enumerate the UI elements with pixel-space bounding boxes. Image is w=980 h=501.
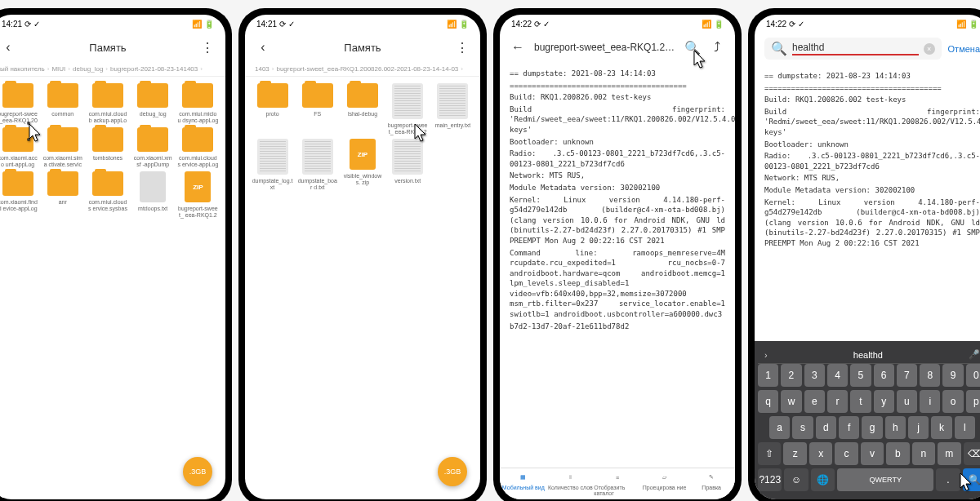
key[interactable]: e: [804, 390, 825, 413]
key[interactable]: p: [966, 390, 980, 413]
key[interactable]: g: [862, 416, 882, 439]
cancel-button[interactable]: Отмена: [948, 44, 980, 54]
tab[interactable]: ▱Проецирова ние: [641, 472, 688, 496]
key-shift[interactable]: ⇧: [758, 442, 781, 465]
key[interactable]: u: [897, 390, 917, 413]
key[interactable]: q: [758, 390, 778, 413]
key-emoji[interactable]: ☺: [784, 468, 808, 491]
key-sym[interactable]: ?123: [758, 468, 782, 491]
file-item[interactable]: com.xiaomi.sima ctivate.service-a: [42, 127, 83, 168]
key[interactable]: h: [885, 416, 906, 439]
keyboard: › healthd 🎤 1234567890 qwertyuiop asdfgh…: [755, 341, 980, 499]
key[interactable]: 9: [942, 364, 963, 387]
phone-1: 14:21⟳ ✓ 📶 🔋 ‹ Память ⋮ ый накопитель›MI…: [0, 8, 232, 501]
key[interactable]: j: [908, 416, 929, 439]
key[interactable]: 0: [966, 364, 980, 387]
text-viewer[interactable]: == dumpstate: 2021-08-23 14:14:03=======…: [755, 64, 980, 341]
file-grid: bugreport-swee t_eea-RKQ1.20082commoncom…: [0, 77, 225, 225]
file-item[interactable]: bugreport-swee t_eea-RKQ1.20082: [0, 83, 38, 124]
key[interactable]: 2: [781, 364, 801, 387]
search-icon[interactable]: 🔍: [684, 39, 701, 55]
back-icon[interactable]: ‹: [0, 39, 16, 55]
phone-4: 14:22⟳ ✓ 📶 🔋 🔍 healthd × Отмена == dumps…: [748, 8, 980, 501]
key[interactable]: l: [955, 416, 975, 439]
key[interactable]: i: [920, 390, 940, 413]
key[interactable]: v: [861, 442, 884, 465]
file-item[interactable]: common: [42, 83, 83, 124]
key[interactable]: m: [938, 442, 960, 465]
key[interactable]: 4: [827, 364, 848, 387]
file-item[interactable]: ZIPvisible_windows. zip: [341, 139, 383, 191]
file-item[interactable]: com.miui.clouds ervice-appLog: [177, 127, 219, 168]
file-item[interactable]: dumpstate_log.t xt: [252, 139, 293, 191]
app-bar: ‹ Память ⋮: [0, 33, 225, 62]
file-item[interactable]: FS: [296, 83, 338, 135]
key[interactable]: a: [769, 416, 790, 439]
file-item[interactable]: com.miui.miclou dsync-appLog: [177, 83, 219, 124]
key-space[interactable]: QWERTY: [837, 468, 933, 491]
key[interactable]: k: [931, 416, 951, 439]
file-item[interactable]: tombstones: [87, 127, 128, 168]
file-item[interactable]: lshal-debug: [341, 83, 383, 135]
key[interactable]: n: [912, 442, 935, 465]
key[interactable]: x: [809, 442, 832, 465]
key[interactable]: 1: [758, 364, 778, 387]
file-item[interactable]: main_entry.txt: [432, 83, 474, 135]
key[interactable]: s: [792, 416, 813, 439]
file-item[interactable]: com.miui.clouds ervice.sysbase-a: [87, 171, 128, 219]
key[interactable]: r: [827, 390, 848, 413]
file-item[interactable]: version.txt: [387, 139, 429, 191]
search-field[interactable]: 🔍 healthd ×: [764, 38, 942, 60]
key[interactable]: t: [850, 390, 871, 413]
key-lang[interactable]: 🌐: [811, 468, 835, 491]
file-item[interactable]: ZIPbugreport-sweet_ eea-RKQ1.20082: [177, 171, 219, 219]
suggestion[interactable]: healthd: [776, 350, 960, 360]
more-icon[interactable]: ⋮: [199, 39, 216, 55]
share-icon[interactable]: ⤴: [709, 39, 725, 55]
expand-icon[interactable]: ›: [764, 350, 768, 360]
fab-storage[interactable]: .3GB: [438, 457, 467, 486]
key[interactable]: 7: [897, 364, 917, 387]
key[interactable]: d: [816, 416, 836, 439]
page-title: Память: [24, 42, 191, 54]
key[interactable]: c: [835, 442, 858, 465]
file-item[interactable]: mtdoops.txt: [132, 171, 174, 219]
key-period[interactable]: .: [936, 468, 960, 491]
key-search[interactable]: 🔍: [963, 468, 980, 491]
mic-icon[interactable]: 🎤: [969, 349, 980, 360]
file-item[interactable]: debug_log: [132, 83, 174, 124]
key[interactable]: b: [886, 442, 909, 465]
file-item[interactable]: com.xiaomi.xmsf -appDump: [132, 127, 174, 168]
tab[interactable]: ▦Мобильный вид: [500, 472, 547, 496]
key[interactable]: z: [783, 442, 806, 465]
file-item[interactable]: bugreport-sweet_ eea-RKQ1.20082: [387, 83, 429, 135]
file-item[interactable]: com.miui.cloudb ackup-appLog: [87, 83, 128, 124]
back-icon[interactable]: ←: [510, 39, 526, 55]
file-item[interactable]: proto: [252, 83, 293, 135]
search-input[interactable]: healthd: [792, 42, 919, 55]
breadcrumb[interactable]: ый накопитель›MIUI›debug_log›bugreport-2…: [0, 62, 225, 77]
status-bar: 14:21⟳ ✓ 📶 🔋: [245, 15, 480, 33]
key-backspace[interactable]: ⌫: [964, 442, 980, 465]
file-item[interactable]: anr: [42, 171, 83, 219]
more-icon[interactable]: ⋮: [454, 39, 470, 55]
tab[interactable]: ≡Отобразить каталог: [594, 472, 641, 496]
key[interactable]: 8: [920, 364, 940, 387]
file-item[interactable]: dumpstate_boar d.txt: [296, 139, 338, 191]
key[interactable]: 5: [850, 364, 871, 387]
back-icon[interactable]: ‹: [255, 39, 271, 55]
file-item[interactable]: com.xiaomi.findd evice-appLog: [0, 171, 38, 219]
text-viewer[interactable]: == dumpstate: 2021-08-23 14:14:03=======…: [500, 62, 735, 468]
key[interactable]: f: [839, 416, 859, 439]
tab[interactable]: ⫴Количество слов: [547, 472, 595, 496]
file-item[interactable]: com.xiaomi.acco unt-appLog: [0, 127, 38, 168]
key[interactable]: 6: [874, 364, 894, 387]
key[interactable]: o: [942, 390, 963, 413]
clear-icon[interactable]: ×: [924, 43, 935, 55]
key[interactable]: y: [874, 390, 894, 413]
key[interactable]: 3: [804, 364, 825, 387]
tab[interactable]: ✎Правка: [688, 472, 735, 496]
breadcrumb[interactable]: 1403›bugreport-sweet_eea-RKQ1.200826.002…: [245, 62, 480, 77]
key[interactable]: w: [781, 390, 801, 413]
fab-storage[interactable]: .3GB: [183, 457, 212, 486]
